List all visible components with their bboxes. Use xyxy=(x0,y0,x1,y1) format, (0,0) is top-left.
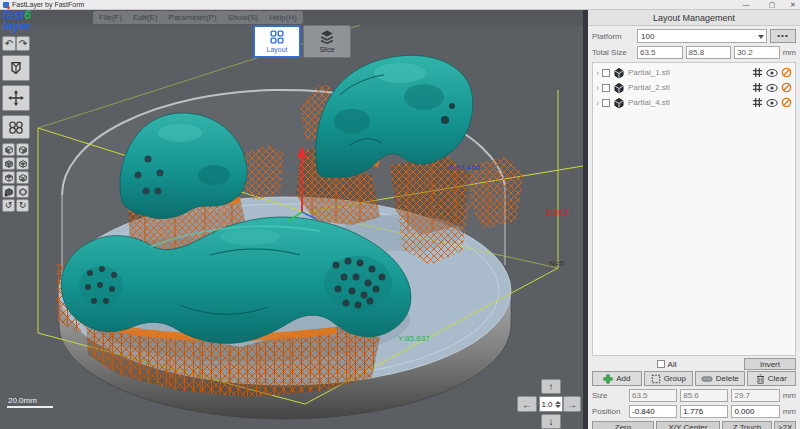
layout-mode-button[interactable]: Layout xyxy=(253,25,301,58)
support-toggle-icon[interactable] xyxy=(781,97,792,108)
expand-chevron-icon[interactable]: › xyxy=(596,98,599,108)
undo-button[interactable]: ↶ xyxy=(2,36,16,51)
position-z-field[interactable]: 0.000 xyxy=(731,405,779,418)
zero-button[interactable]: Zero xyxy=(592,421,654,429)
rotate-cw-icon: ↻ xyxy=(19,201,27,210)
four-views-icon xyxy=(8,120,24,134)
expand-2x-button[interactable]: >2X xyxy=(774,421,796,429)
total-size-label: Total Size xyxy=(592,48,634,57)
view-back-button[interactable] xyxy=(16,143,29,156)
expand-chevron-icon[interactable]: › xyxy=(596,83,599,93)
group-button[interactable]: Group xyxy=(644,371,694,386)
select-all-checkbox[interactable] xyxy=(657,360,665,368)
model-partial-4[interactable] xyxy=(61,217,411,343)
x-dimension-label: X:93.466 xyxy=(448,163,480,172)
list-item-partial-4[interactable]: › Partial_4.stl xyxy=(593,95,795,110)
viewport[interactable]: File(F) Edit(E) Parameter(P) Show(S) Hel… xyxy=(0,10,583,429)
position-unit: mm xyxy=(783,407,796,416)
support-toggle-icon[interactable] xyxy=(781,82,792,93)
add-button-label: Add xyxy=(616,374,630,383)
spinner-arrows-icon[interactable] xyxy=(555,401,561,408)
transform-icon[interactable] xyxy=(752,82,763,93)
menu-file[interactable]: File(F) xyxy=(99,13,122,22)
visibility-eye-icon[interactable] xyxy=(766,98,778,108)
app-icon xyxy=(3,2,9,8)
multi-view-button[interactable] xyxy=(2,115,30,139)
menu-parameter[interactable]: Parameter(P) xyxy=(169,13,217,22)
cube-left-icon xyxy=(4,159,14,169)
cube-iso-sw-icon xyxy=(4,187,14,197)
rotate-ccw-button[interactable]: ↺ xyxy=(2,199,15,212)
nudge-right-button[interactable]: → xyxy=(563,396,581,412)
layout-management-panel: Layout Management Platform 100 ••• Total… xyxy=(588,10,800,429)
visibility-eye-icon[interactable] xyxy=(766,68,778,78)
xy-center-button[interactable]: X/Y Center xyxy=(656,421,720,429)
clear-button-label: Clear xyxy=(768,374,787,383)
view-top-button[interactable] xyxy=(2,171,15,184)
menu-edit[interactable]: Edit(E) xyxy=(133,13,157,22)
close-button[interactable]: ✕ xyxy=(786,0,800,10)
view-left-button[interactable] xyxy=(2,157,15,170)
invert-selection-button[interactable]: Invert xyxy=(744,358,796,370)
total-size-z: 30.2 xyxy=(734,46,780,59)
model-checkbox[interactable] xyxy=(602,99,610,107)
position-x-field[interactable]: -0.840 xyxy=(629,405,677,418)
redo-button[interactable]: ↷ xyxy=(16,36,30,51)
delete-button[interactable]: Delete xyxy=(695,371,745,386)
size-z-field[interactable]: 29.7 xyxy=(731,389,779,402)
view-right-button[interactable] xyxy=(16,157,29,170)
window-title: FastLayer by FastForm xyxy=(12,1,84,8)
nudge-step-input[interactable]: 1.0 xyxy=(539,396,563,412)
slice-mode-button[interactable]: Slice xyxy=(303,25,351,58)
nudge-down-button[interactable]: ↓ xyxy=(541,414,561,429)
position-y-field[interactable]: 1.776 xyxy=(680,405,728,418)
cube-top-icon xyxy=(4,173,14,183)
minimize-button[interactable]: — xyxy=(739,0,753,10)
viewport-3d-scene[interactable] xyxy=(0,25,583,429)
rotate-ccw-icon: ↺ xyxy=(5,201,13,210)
size-y-field[interactable]: 85.6 xyxy=(680,389,728,402)
chevron-down-icon xyxy=(758,35,764,39)
platform-select[interactable]: 100 xyxy=(637,29,767,43)
expand-chevron-icon[interactable]: › xyxy=(596,68,599,78)
position-label: Position xyxy=(592,407,626,416)
visibility-eye-icon[interactable] xyxy=(766,83,778,93)
list-item-partial-2[interactable]: › Partial_2.stl xyxy=(593,80,795,95)
z-touch-button[interactable]: Z Touch xyxy=(722,421,772,429)
rotate-cw-button[interactable]: ↻ xyxy=(16,199,29,212)
move-button[interactable] xyxy=(2,85,30,111)
menu-bar: File(F) Edit(E) Parameter(P) Show(S) Hel… xyxy=(0,10,583,25)
menu-show[interactable]: Show(S) xyxy=(228,13,259,22)
cube-right-icon xyxy=(18,159,28,169)
group-selection-icon xyxy=(651,374,661,384)
model-cube-icon xyxy=(613,67,625,79)
view-front-button[interactable] xyxy=(2,143,15,156)
panel-title: Layout Management xyxy=(588,10,800,26)
nudge-left-button[interactable]: ← xyxy=(517,396,537,412)
size-x-field[interactable]: 63.5 xyxy=(629,389,677,402)
title-bar: FastLayer by FastForm — ▢ ✕ xyxy=(0,0,800,10)
transform-icon[interactable] xyxy=(752,97,763,108)
view-bottom-button[interactable] xyxy=(16,171,29,184)
arrow-left-icon: ← xyxy=(522,399,532,410)
view-iso-se-button[interactable] xyxy=(16,185,29,198)
nudge-up-button[interactable]: ↑ xyxy=(541,379,561,394)
add-button[interactable]: Add xyxy=(592,371,642,386)
maximize-button[interactable]: ▢ xyxy=(765,0,779,10)
menu-help[interactable]: Help(H) xyxy=(269,13,297,22)
menu-group: File(F) Edit(E) Parameter(P) Show(S) Hel… xyxy=(93,11,303,24)
extrude-view-button[interactable] xyxy=(2,55,30,81)
cube-iso-se-icon xyxy=(18,187,28,197)
view-iso-sw-button[interactable] xyxy=(2,185,15,198)
extrude-shape-icon xyxy=(8,60,24,76)
support-toggle-icon[interactable] xyxy=(781,67,792,78)
clear-button[interactable]: Clear xyxy=(747,371,797,386)
model-checkbox[interactable] xyxy=(602,69,610,77)
move-arrows-icon xyxy=(8,90,24,106)
model-cube-icon xyxy=(613,82,625,94)
model-checkbox[interactable] xyxy=(602,84,610,92)
list-item-partial-1[interactable]: › Partial_1.stl xyxy=(593,65,795,80)
platform-more-button[interactable]: ••• xyxy=(770,29,796,43)
total-size-unit: mm xyxy=(783,48,796,57)
transform-icon[interactable] xyxy=(752,67,763,78)
